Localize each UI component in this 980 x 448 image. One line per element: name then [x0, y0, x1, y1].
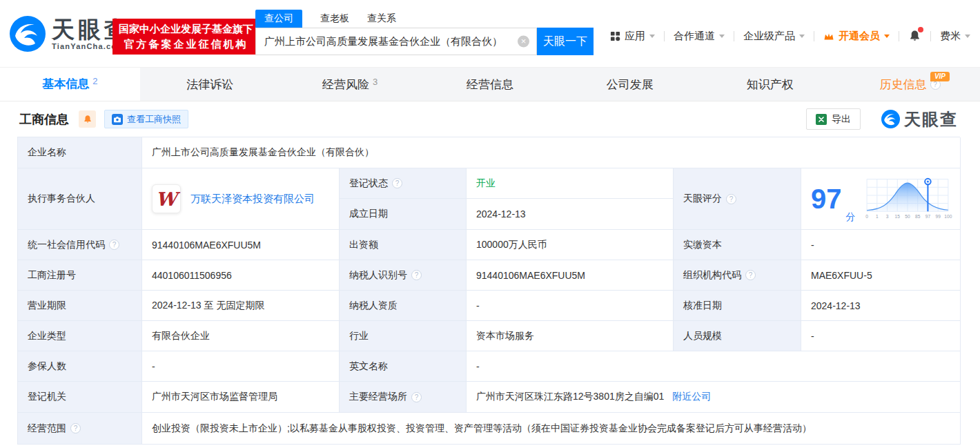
help-icon[interactable]: ?: [411, 270, 422, 280]
search-tab-boss[interactable]: 查老板: [320, 12, 349, 28]
svg-text:3: 3: [885, 214, 888, 219]
field-label: 成立日期: [340, 199, 467, 230]
english-name-value: -: [467, 351, 961, 382]
score-unit: 分: [846, 211, 856, 224]
tianyan-score-value: 97 分: [801, 168, 961, 230]
business-info-table: 企业名称 广州上市公司高质量发展基金合伙企业（有限合伙） 执行事务合伙人 W 万…: [17, 137, 960, 445]
svg-text:1: 1: [875, 214, 878, 219]
company-type-value: 有限合伙企业: [142, 321, 340, 351]
svg-text:100: 100: [944, 214, 952, 219]
tab-business-info[interactable]: 经营信息: [420, 68, 560, 101]
camera-icon: [112, 114, 123, 125]
tab-label: 公司发展: [607, 77, 654, 92]
tab-legal-proceedings[interactable]: 法律诉讼: [140, 68, 280, 101]
clear-icon[interactable]: ×: [518, 36, 529, 48]
field-label: 营业期限: [18, 291, 142, 321]
help-icon[interactable]: ?: [70, 423, 81, 434]
export-button[interactable]: 导出: [806, 108, 861, 130]
tab-intellectual-property[interactable]: 知识产权: [700, 68, 840, 101]
tab-label: 经营风险: [322, 77, 369, 92]
gov-badge-line2: 官方备案企业征信机构: [119, 37, 253, 52]
field-label: 登记状态 ?: [340, 168, 467, 199]
vip-badge: VIP: [930, 72, 950, 81]
site-header: 天眼查 TianYanCha.com 国家中小企业发展子基金旗下 官方备案企业征…: [0, 0, 980, 67]
tab-history-info[interactable]: VIP 历史信息 ?: [840, 68, 980, 101]
svg-text:15: 15: [894, 214, 900, 219]
organization-code-value: MAE6XFUU-5: [801, 260, 961, 291]
help-icon[interactable]: ?: [745, 270, 756, 280]
industry-value: 资本市场服务: [467, 321, 674, 351]
chevron-down-icon: [649, 35, 655, 38]
section-title: 工商信息: [19, 111, 69, 128]
nearby-companies-link[interactable]: 附近公司: [672, 391, 711, 403]
field-label: 统一社会信用代码 ?: [18, 230, 142, 260]
field-label: 纳税人识别号 ?: [340, 260, 467, 291]
tab-basic-info[interactable]: 基本信息 2: [0, 68, 140, 101]
notification-dot: [918, 27, 923, 32]
excel-icon: [816, 114, 827, 125]
help-icon[interactable]: ?: [109, 240, 119, 250]
field-label: 核准日期: [674, 291, 801, 321]
nav-partner-channel[interactable]: 合作通道: [674, 30, 725, 43]
tab-label: 历史信息: [880, 77, 927, 92]
nav-enterprise-products[interactable]: 企业级产品: [743, 30, 805, 43]
search-input[interactable]: [256, 28, 536, 55]
tianyancha-watermark: 天眼查: [881, 108, 958, 130]
svg-text:99: 99: [935, 214, 941, 219]
field-label: 主要经营场所 ?: [340, 382, 467, 413]
nav-apps[interactable]: 应用: [610, 30, 655, 43]
search-button[interactable]: 天眼一下: [537, 28, 594, 55]
nav-divider: [899, 31, 899, 41]
bell-icon: [83, 115, 92, 124]
business-info-section-bar: 工商信息 查看工商快照 导出 天眼查: [0, 101, 980, 137]
monitor-bell-button[interactable]: [79, 110, 96, 128]
field-label: 行业: [340, 321, 467, 351]
search-box: ×: [255, 28, 537, 55]
tab-count: 2: [92, 76, 97, 86]
registration-status-value: 开业: [467, 168, 674, 199]
nav-vip[interactable]: 开通会员: [823, 30, 890, 43]
notifications-button[interactable]: [908, 30, 921, 43]
field-label: 实缴资本: [674, 230, 801, 260]
main-premises-value: 广州市天河区珠江东路12号3801房之自编01 附近公司: [467, 382, 961, 413]
field-label: 执行事务合伙人: [18, 168, 142, 230]
tab-count: 3: [373, 77, 378, 87]
paid-in-capital-value: -: [801, 230, 961, 260]
registration-number-value: 440106011506956: [142, 260, 340, 291]
chevron-down-icon: [799, 35, 805, 38]
search-tab-company[interactable]: 查公司: [255, 10, 302, 28]
help-icon[interactable]: ?: [392, 178, 402, 188]
gov-certification-badge: 国家中小企业发展子基金旗下 官方备案企业征信机构: [112, 19, 259, 55]
snapshot-button-label: 查看工商快照: [127, 113, 181, 126]
nav-user[interactable]: 费米: [940, 30, 970, 43]
partner-company-link[interactable]: 万联天泽资本投资有限公司: [190, 193, 315, 206]
help-icon[interactable]: ?: [726, 194, 736, 204]
field-label: 纳税人资质: [340, 291, 467, 321]
field-label: 经营范围 ?: [18, 413, 142, 445]
field-label: 参保人数: [18, 351, 142, 382]
search-tab-relation[interactable]: 查关系: [367, 12, 396, 28]
search-row: × 天眼一下: [255, 28, 594, 55]
company-tab-bar: 基本信息 2 法律诉讼 经营风险 3 经营信息 公司发展 知识产权 VIP 历史…: [0, 67, 980, 101]
contributed-capital-value: 100000万人民币: [467, 230, 674, 260]
help-icon[interactable]: ?: [411, 392, 422, 402]
export-button-label: 导出: [832, 113, 851, 126]
gov-badge-line1: 国家中小企业发展子基金旗下: [119, 21, 253, 37]
nav-partner-label: 合作通道: [674, 30, 715, 43]
chevron-down-icon: [965, 35, 970, 38]
snapshot-button[interactable]: 查看工商快照: [104, 110, 188, 128]
field-label: 企业名称: [18, 137, 142, 168]
partner-logo[interactable]: W: [152, 184, 181, 213]
tab-business-risk[interactable]: 经营风险 3: [280, 68, 420, 101]
field-label: 天眼评分 ?: [674, 168, 801, 230]
tab-company-development[interactable]: 公司发展: [560, 68, 700, 101]
tianyancha-eye-icon: [10, 16, 46, 52]
nav-vip-label: 开通会员: [839, 30, 880, 43]
apps-grid-icon: [610, 31, 620, 41]
search-tabs: 查公司 查老板 查关系: [255, 10, 594, 28]
chevron-down-icon: [884, 35, 890, 38]
svg-text:97: 97: [925, 214, 930, 219]
field-label: 工商注册号: [18, 260, 142, 291]
nav-divider: [930, 31, 931, 41]
chevron-down-icon: [719, 35, 725, 38]
